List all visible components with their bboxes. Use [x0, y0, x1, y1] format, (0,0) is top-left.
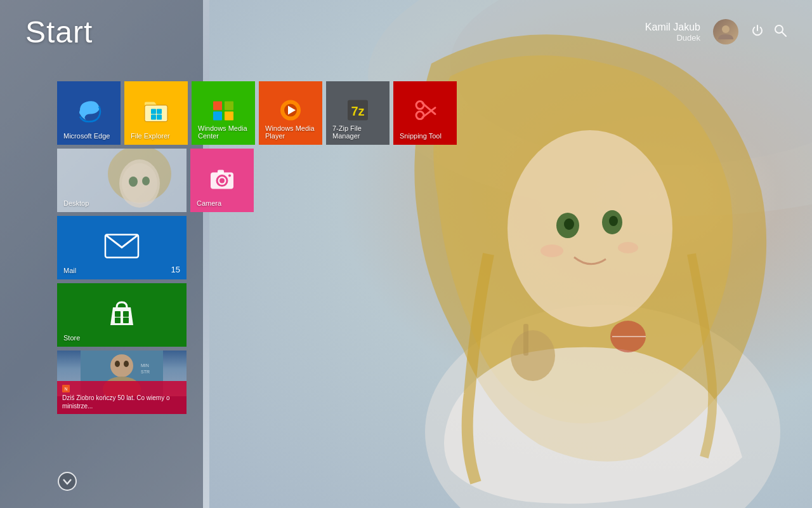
- svg-rect-11: [523, 324, 528, 356]
- edge-icon: [75, 97, 103, 124]
- svg-rect-49: [115, 311, 121, 317]
- search-icon: [774, 24, 787, 37]
- avatar-icon: [717, 23, 735, 41]
- tile-file-explorer[interactable]: File Explorer: [124, 81, 188, 145]
- svg-point-44: [219, 178, 225, 184]
- tiles-container: Microsoft Edge File Explorer: [57, 81, 457, 414]
- power-icon: [751, 24, 764, 37]
- svg-rect-51: [115, 318, 121, 323]
- tiles-row-4: Store: [57, 283, 457, 347]
- 7zip-icon: 7z: [344, 97, 372, 124]
- svg-rect-23: [213, 102, 222, 110]
- tile-desktop[interactable]: Desktop: [57, 149, 187, 212]
- user-name: Kamil Jakub: [645, 22, 700, 33]
- explorer-icon: [142, 97, 170, 124]
- tile-windows-media-player[interactable]: Windows Media Player: [259, 81, 322, 145]
- user-subtitle: Dudek: [645, 33, 700, 43]
- explorer-label: File Explorer: [131, 132, 170, 140]
- svg-rect-26: [225, 112, 233, 121]
- search-button[interactable]: [774, 24, 787, 40]
- svg-point-40: [129, 177, 138, 187]
- store-icon: [105, 296, 138, 328]
- page-title: Start: [25, 15, 93, 50]
- svg-text:STR: STR: [141, 370, 150, 374]
- svg-point-8: [540, 244, 563, 257]
- mail-badge: 15: [171, 265, 180, 274]
- svg-rect-19: [151, 109, 156, 114]
- svg-rect-45: [218, 170, 224, 174]
- snipping-icon: [411, 97, 439, 124]
- svg-line-16: [782, 32, 786, 36]
- svg-rect-21: [151, 115, 156, 120]
- tile-news[interactable]: MIN STR N Dziś Ziobro kończy 50 lat. Co …: [57, 351, 187, 414]
- svg-rect-22: [157, 115, 162, 120]
- user-info: Kamil Jakub Dudek: [645, 22, 700, 43]
- news-overlay: N Dziś Ziobro kończy 50 lat. Co wiemy o …: [57, 381, 187, 414]
- svg-point-57: [124, 361, 129, 367]
- tile-microsoft-edge[interactable]: Microsoft Edge: [57, 81, 121, 145]
- svg-point-62: [58, 472, 76, 490]
- svg-rect-24: [225, 102, 233, 110]
- header: Start Kamil Jakub Dudek: [0, 0, 812, 64]
- power-button[interactable]: [751, 24, 764, 40]
- tile-camera[interactable]: Camera: [190, 149, 254, 212]
- desktop-label: Desktop: [63, 199, 89, 207]
- svg-text:7z: 7z: [351, 104, 364, 118]
- svg-rect-25: [213, 112, 222, 121]
- header-controls: [751, 24, 787, 40]
- edge-logo: [75, 97, 103, 124]
- news-source: N: [62, 385, 181, 392]
- wmc-label: Windows Media Center: [198, 124, 249, 140]
- store-label: Store: [63, 334, 80, 342]
- wmp-label: Windows Media Player: [265, 124, 316, 140]
- svg-point-39: [122, 163, 157, 204]
- tile-snipping-tool[interactable]: Snipping Tool: [393, 81, 457, 145]
- svg-point-3: [508, 130, 672, 327]
- tile-store[interactable]: Store: [57, 283, 187, 347]
- mail-icon: [103, 231, 141, 259]
- news-text: Dziś Ziobro kończy 50 lat. Co wiemy o mi…: [62, 394, 181, 410]
- snipping-logo: [411, 97, 439, 124]
- svg-rect-52: [123, 318, 129, 323]
- svg-point-7: [609, 216, 618, 226]
- scroll-down-icon: [57, 471, 77, 491]
- svg-point-10: [511, 330, 555, 381]
- tile-7zip[interactable]: 7z 7-Zip File Manager: [326, 81, 390, 145]
- wmp-icon: [277, 97, 304, 124]
- svg-rect-50: [123, 311, 129, 317]
- tiles-row-3: Mail 15: [57, 216, 457, 279]
- mail-label: Mail: [63, 267, 76, 274]
- svg-point-54: [110, 354, 133, 377]
- tiles-row-5: MIN STR N Dziś Ziobro kończy 50 lat. Co …: [57, 351, 457, 414]
- user-section: Kamil Jakub Dudek: [645, 19, 787, 44]
- news-source-icon: N: [62, 385, 70, 392]
- edge-label: Microsoft Edge: [63, 132, 110, 140]
- wmc-logo: [209, 97, 237, 124]
- svg-point-14: [722, 25, 730, 33]
- svg-text:N: N: [64, 387, 67, 391]
- svg-point-9: [618, 242, 638, 253]
- svg-point-41: [142, 177, 150, 185]
- svg-point-6: [564, 218, 574, 230]
- tile-mail[interactable]: Mail 15: [57, 216, 187, 279]
- 7zip-label: 7-Zip File Manager: [332, 124, 383, 140]
- store-logo: [105, 296, 138, 328]
- svg-point-56: [115, 361, 120, 367]
- wmc-icon: [209, 97, 237, 124]
- tile-windows-media-center[interactable]: Windows Media Center: [192, 81, 255, 145]
- svg-point-15: [775, 25, 783, 33]
- scroll-indicator[interactable]: [57, 471, 77, 495]
- snipping-label: Snipping Tool: [400, 132, 442, 140]
- camera-label: Camera: [197, 199, 221, 207]
- svg-text:MIN: MIN: [141, 363, 149, 368]
- wmp-logo: [277, 97, 304, 124]
- camera-logo: [208, 164, 236, 192]
- mail-logo: [103, 231, 141, 259]
- svg-point-46: [228, 175, 231, 177]
- avatar[interactable]: [713, 19, 738, 44]
- tiles-row-2: Desktop Camera: [57, 149, 457, 212]
- folder-icon: [142, 97, 170, 124]
- svg-rect-20: [157, 109, 162, 114]
- tiles-row-1: Microsoft Edge File Explorer: [57, 81, 457, 145]
- 7zip-logo: 7z: [344, 97, 372, 124]
